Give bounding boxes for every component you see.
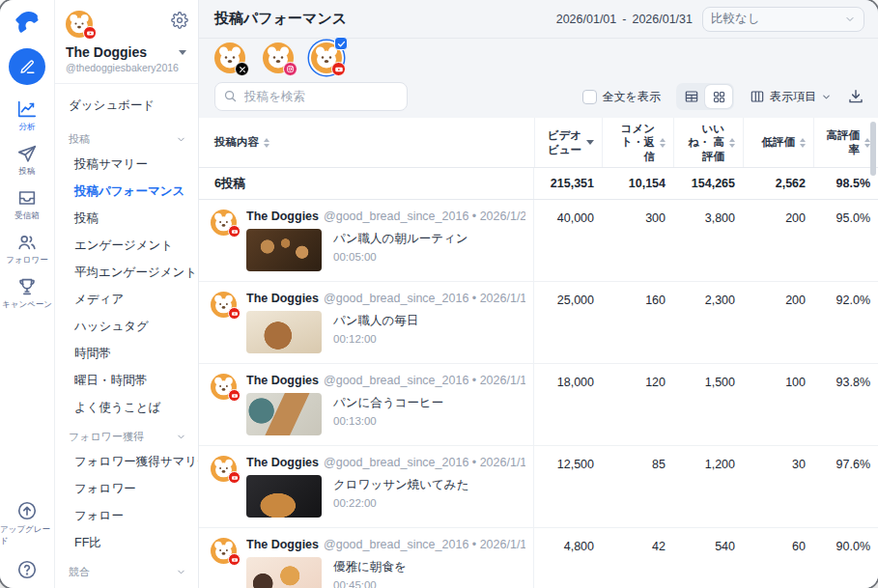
youtube-badge-icon	[228, 471, 241, 484]
cell-video-views: 4,800	[534, 528, 602, 588]
upgrade-icon	[16, 500, 38, 521]
sort-icon	[729, 138, 735, 148]
post-duration: 00:05:00	[333, 251, 468, 263]
sidebar-item-follows[interactable]: フォロー	[55, 502, 198, 529]
youtube-badge-icon	[228, 307, 241, 320]
table-row[interactable]: The Doggies@good_bread_since_2016 • 2026…	[199, 528, 878, 588]
sort-icon	[800, 138, 806, 148]
post-thumbnail[interactable]	[246, 557, 322, 588]
cell-likes: 1,200	[673, 446, 743, 527]
table-row[interactable]: The Doggies@good_bread_since_2016 • 2026…	[199, 200, 878, 282]
sidebar-item-dashboard[interactable]: ダッシュボード	[55, 88, 198, 124]
sidebar-item-competitor-summary[interactable]: 競合サマリー	[55, 583, 198, 588]
sidebar-item-day-time[interactable]: 曜日・時間帯	[55, 367, 198, 394]
display-columns-button[interactable]: 表示項目	[750, 89, 832, 105]
table-row[interactable]: The Doggies@good_bread_since_2016 • 2026…	[199, 282, 878, 364]
post-title[interactable]: パン職人の朝ルーティン	[333, 231, 468, 247]
summary-video-views: 215,351	[534, 168, 602, 199]
fulltext-checkbox[interactable]	[582, 90, 597, 104]
rail-item-inbox[interactable]: 受信箱	[0, 187, 54, 222]
chevron-down-icon	[176, 134, 186, 145]
chevron-down-icon	[844, 14, 856, 25]
compose-button[interactable]	[9, 48, 45, 85]
post-author: The Doggies	[246, 538, 319, 551]
sidebar-item-follower-summary[interactable]: フォロワー獲得サマリー	[55, 448, 198, 475]
help-button[interactable]	[0, 559, 54, 580]
post-thumbnail[interactable]	[246, 393, 322, 435]
sidebar-item-post-performance[interactable]: 投稿パフォーマンス	[55, 178, 198, 205]
account-chip-youtube[interactable]	[311, 42, 342, 73]
account-chip-x[interactable]	[214, 42, 245, 73]
post-thumbnail[interactable]	[246, 229, 322, 271]
post-meta: @good_bread_since_2016 • 2026/1/10 8:00	[324, 538, 525, 551]
cell-video-views: 40,000	[534, 200, 602, 281]
sidebar-section-competitors[interactable]: 競合	[55, 556, 198, 583]
sidebar-item-frequent-words[interactable]: よく使うことば	[55, 394, 198, 421]
post-title[interactable]: クロワッサン焼いてみた	[333, 477, 468, 493]
grid-view-button[interactable]	[705, 85, 732, 108]
cell-like-rate: 90.0%	[813, 528, 878, 588]
cell-video-views: 18,000	[534, 364, 602, 445]
account-chip-instagram[interactable]	[263, 42, 294, 73]
sidebar-item-time-of-day[interactable]: 時間帯	[55, 340, 198, 367]
cell-like-rate: 93.8%	[813, 364, 878, 445]
search-box	[214, 82, 408, 111]
sidebar-item-followers[interactable]: フォロワー	[55, 475, 198, 502]
table-header-row: 投稿内容 ビデオ ビュー コメント・返信 いいね・ 高評価 低評価	[199, 118, 878, 168]
rail-item-analytics[interactable]: 分析	[0, 98, 54, 133]
account-switch-caret-icon[interactable]	[179, 50, 186, 55]
download-button[interactable]	[847, 88, 864, 105]
column-header-likes[interactable]: いいね・ 高評価	[673, 118, 743, 167]
sidebar-section-posts[interactable]: 投稿	[55, 124, 198, 151]
post-author: The Doggies	[246, 456, 319, 469]
sidebar-item-avg-engagement[interactable]: 平均エンゲージメント	[55, 259, 198, 286]
posts-table: 投稿内容 ビデオ ビュー コメント・返信 いいね・ 高評価 低評価	[199, 118, 878, 588]
sidebar-item-media[interactable]: メディア	[55, 286, 198, 313]
date-range-picker[interactable]: 2026/01/01 - 2026/01/31	[556, 13, 693, 26]
column-header-video-views[interactable]: ビデオ ビュー	[534, 118, 602, 167]
cell-comments: 300	[602, 200, 673, 281]
search-input[interactable]	[214, 82, 408, 111]
sidebar: The Doggies @thedoggiesbakery2016 ダッシュボー…	[55, 0, 199, 588]
sidebar-item-posts[interactable]: 投稿	[55, 205, 198, 232]
post-thumbnail[interactable]	[246, 475, 322, 518]
column-header-post-content[interactable]: 投稿内容	[199, 118, 534, 167]
sidebar-section-follower-growth[interactable]: フォロワー獲得	[55, 421, 198, 448]
sort-icon	[660, 138, 666, 148]
account-profile[interactable]: The Doggies @thedoggiesbakery2016	[55, 0, 198, 84]
cell-comments: 120	[602, 364, 673, 445]
rail-item-followers[interactable]: フォロワー	[0, 232, 54, 266]
post-thumbnail[interactable]	[246, 311, 322, 353]
post-meta: @good_bread_since_2016 • 2026/1/14 13:00	[324, 456, 525, 469]
sidebar-item-ff-ratio[interactable]: FF比	[55, 529, 198, 556]
column-header-dislikes[interactable]: 低評価	[743, 118, 813, 167]
post-title[interactable]: パン職人の毎日	[333, 313, 418, 329]
table-row[interactable]: The Doggies@good_bread_since_2016 • 2026…	[199, 364, 878, 446]
chevron-down-icon	[176, 432, 186, 442]
column-header-like-rate[interactable]: 高評価率	[813, 118, 878, 167]
rail-item-campaign[interactable]: キャンペーン	[0, 276, 54, 311]
vertical-scrollbar[interactable]	[870, 122, 876, 176]
fulltext-toggle[interactable]: 全文を表示	[582, 89, 661, 105]
post-duration: 00:45:00	[333, 579, 407, 588]
post-title[interactable]: 優雅に朝食を	[333, 559, 407, 575]
page-title: 投稿パフォーマンス	[214, 10, 347, 28]
sidebar-item-post-summary[interactable]: 投稿サマリー	[55, 151, 198, 178]
rail-item-posts[interactable]: 投稿	[0, 143, 54, 178]
post-title[interactable]: パンに合うコーヒー	[333, 395, 443, 411]
sidebar-item-engagement[interactable]: エンゲージメント	[55, 232, 198, 259]
table-row[interactable]: The Doggies@good_bread_since_2016 • 2026…	[199, 446, 878, 528]
columns-icon	[750, 89, 765, 104]
socialdog-logo-icon	[13, 10, 42, 37]
column-header-comments[interactable]: コメント・返信	[602, 118, 673, 167]
sidebar-item-hashtags[interactable]: ハッシュタグ	[55, 313, 198, 340]
compare-select[interactable]: 比較なし	[702, 7, 864, 32]
post-avatar	[211, 456, 237, 482]
youtube-badge-icon	[331, 62, 346, 76]
grid-view-icon	[712, 90, 726, 104]
trophy-icon	[16, 276, 38, 297]
table-view-button[interactable]	[678, 85, 705, 108]
gear-icon[interactable]	[171, 12, 188, 29]
view-toggle	[676, 83, 734, 110]
upgrade-button[interactable]: アップグレード	[0, 500, 54, 547]
